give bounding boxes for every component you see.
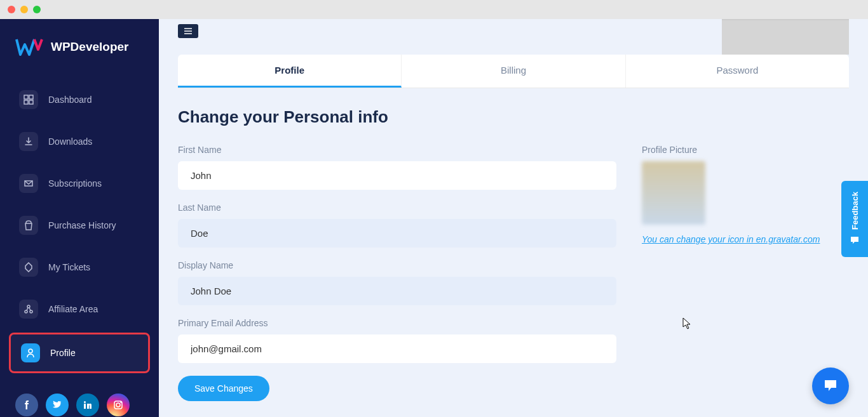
tab-password[interactable]: Password (626, 55, 849, 88)
instagram-link[interactable] (107, 394, 130, 416)
main-content: Profile Billing Password Change your Per… (159, 19, 868, 417)
social-links (0, 376, 159, 417)
sidebar-item-affiliate-area[interactable]: Affiliate Area (9, 291, 150, 328)
svg-point-5 (27, 305, 30, 308)
sidebar-item-profile[interactable]: Profile (9, 333, 150, 373)
feedback-label: Feedback (850, 192, 860, 230)
last-name-input[interactable] (178, 219, 616, 248)
sidebar-item-downloads[interactable]: Downloads (9, 123, 150, 160)
brand-name: WPDeveloper (51, 40, 128, 54)
sidebar-item-label: Downloads (48, 136, 92, 147)
feedback-button[interactable]: Feedback (841, 181, 868, 257)
svg-point-6 (25, 310, 27, 313)
sidebar-item-purchase-history[interactable]: Purchase History (9, 207, 150, 244)
download-icon (19, 132, 38, 151)
display-name-input[interactable] (178, 277, 616, 305)
share-icon (19, 300, 38, 319)
header-menu-icon[interactable] (178, 24, 198, 38)
window-titlebar (0, 0, 868, 19)
svg-point-8 (29, 349, 32, 353)
bag-icon (19, 216, 38, 235)
email-input[interactable] (178, 334, 616, 363)
first-name-label: First Name (178, 145, 616, 155)
close-window-button[interactable] (8, 6, 15, 13)
svg-point-13 (120, 402, 121, 403)
brand-logo[interactable]: WPDeveloper (0, 38, 159, 81)
tab-profile[interactable]: Profile (178, 55, 402, 88)
sidebar-item-label: My Tickets (48, 262, 90, 272)
ticket-icon (19, 258, 38, 277)
facebook-link[interactable] (15, 394, 38, 416)
svg-point-12 (116, 403, 120, 407)
sidebar-item-dashboard[interactable]: Dashboard (9, 81, 150, 118)
sidebar-item-label: Subscriptions (48, 178, 102, 189)
sidebar-item-label: Dashboard (48, 95, 92, 105)
sidebar-nav: Dashboard Downloads Subscriptions Purcha… (0, 81, 159, 373)
mail-icon (19, 174, 38, 193)
save-button[interactable]: Save Changes (178, 376, 269, 401)
chat-widget-button[interactable] (812, 367, 849, 404)
svg-rect-2 (24, 100, 28, 104)
profile-tabs: Profile Billing Password (178, 55, 849, 88)
profile-picture (642, 161, 705, 225)
email-label: Primary Email Address (178, 318, 616, 328)
svg-point-7 (30, 310, 32, 313)
sidebar-item-subscriptions[interactable]: Subscriptions (9, 165, 150, 202)
sidebar-item-label: Profile (50, 348, 76, 358)
sidebar: WPDeveloper Dashboard Downloads Subscrip… (0, 19, 159, 417)
page-title: Change your Personal info (178, 107, 849, 127)
first-name-input[interactable] (178, 161, 616, 190)
svg-rect-0 (24, 95, 28, 99)
user-icon (21, 343, 40, 362)
profile-picture-label: Profile Picture (642, 145, 845, 155)
maximize-window-button[interactable] (33, 6, 41, 13)
twitter-link[interactable] (46, 394, 69, 416)
sidebar-item-my-tickets[interactable]: My Tickets (9, 249, 150, 286)
header-avatar-area (722, 19, 849, 55)
sidebar-item-label: Affiliate Area (48, 304, 98, 314)
sidebar-item-label: Purchase History (48, 220, 116, 230)
svg-point-10 (84, 401, 86, 403)
tab-billing[interactable]: Billing (402, 55, 625, 88)
logo-icon (15, 38, 43, 56)
linkedin-link[interactable] (76, 394, 99, 416)
header-banner (159, 19, 868, 55)
svg-rect-3 (29, 100, 33, 104)
minimize-window-button[interactable] (20, 6, 28, 13)
display-name-label: Display Name (178, 260, 616, 270)
svg-rect-1 (29, 95, 33, 99)
gravatar-link[interactable]: You can change your icon in en.gravatar.… (642, 234, 820, 244)
last-name-label: Last Name (178, 202, 616, 213)
dashboard-icon (19, 90, 38, 109)
svg-rect-9 (84, 404, 86, 409)
